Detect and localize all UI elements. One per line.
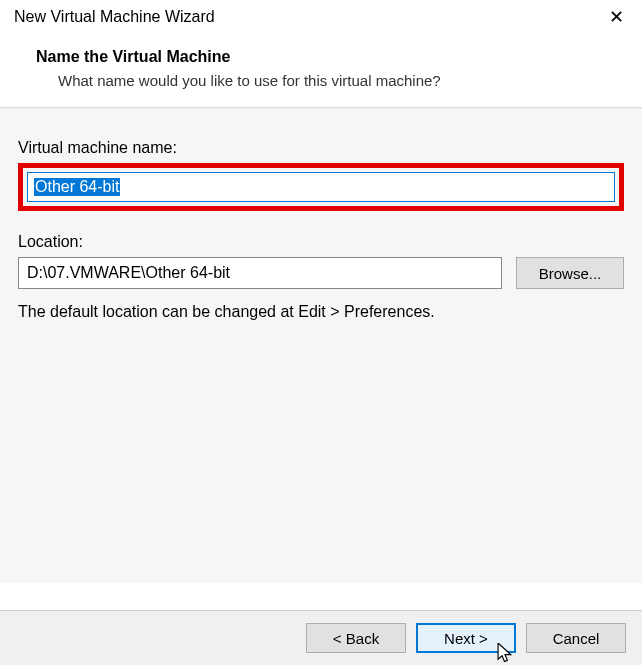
name-field-highlight: Other 64-bit xyxy=(18,163,624,211)
cancel-button[interactable]: Cancel xyxy=(526,623,626,653)
location-input[interactable] xyxy=(18,257,502,289)
close-icon[interactable]: ✕ xyxy=(605,8,628,26)
button-bar: < Back Next > Cancel xyxy=(0,610,642,665)
title-bar: New Virtual Machine Wizard ✕ xyxy=(0,0,642,32)
content-area: Virtual machine name: Other 64-bit Locat… xyxy=(0,108,642,583)
wizard-header: Name the Virtual Machine What name would… xyxy=(0,32,642,108)
page-subtitle: What name would you like to use for this… xyxy=(36,72,622,89)
vm-name-input[interactable]: Other 64-bit xyxy=(27,172,615,202)
vm-name-value: Other 64-bit xyxy=(34,178,120,196)
window-title: New Virtual Machine Wizard xyxy=(14,8,215,26)
browse-button[interactable]: Browse... xyxy=(516,257,624,289)
location-label: Location: xyxy=(18,233,624,251)
page-title: Name the Virtual Machine xyxy=(36,48,622,66)
location-hint: The default location can be changed at E… xyxy=(18,303,624,321)
next-button[interactable]: Next > xyxy=(416,623,516,653)
back-button[interactable]: < Back xyxy=(306,623,406,653)
name-label: Virtual machine name: xyxy=(18,139,624,157)
